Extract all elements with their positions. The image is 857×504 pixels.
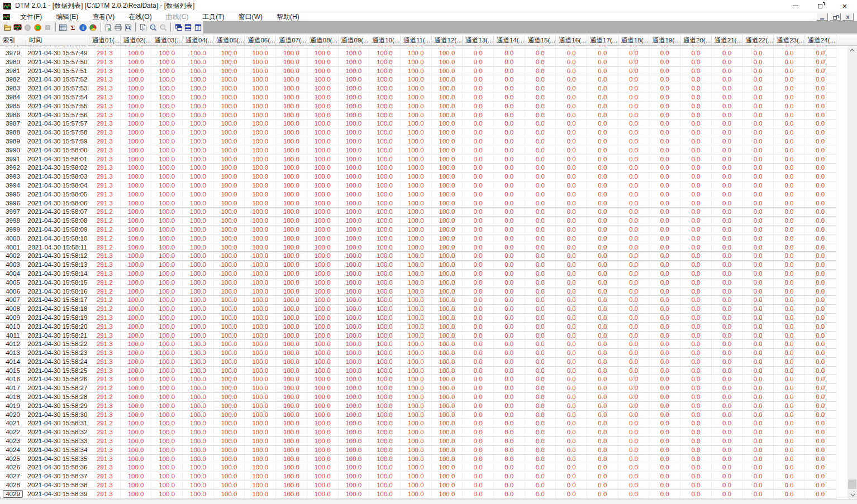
pie-chart-icon[interactable] bbox=[88, 22, 98, 33]
copy-icon[interactable] bbox=[138, 22, 148, 33]
table-row[interactable]: 39812021-04-30 15:57:51291.3100.0100.010… bbox=[0, 67, 836, 76]
table-row[interactable]: 39882021-04-30 15:57:58291.3100.0100.010… bbox=[0, 128, 836, 137]
menu-2[interactable]: 编辑(E) bbox=[53, 12, 82, 22]
table-row[interactable]: 40152021-04-30 15:58:25291.3100.0100.010… bbox=[0, 367, 836, 376]
column-header-channel-17[interactable]: 通道17(... bbox=[587, 35, 618, 45]
table-row[interactable]: 39962021-04-30 15:58:06291.3100.0100.010… bbox=[0, 199, 836, 208]
menu-7[interactable]: 窗口(W) bbox=[235, 12, 266, 22]
table-row[interactable]: 39992021-04-30 15:58:09291.2100.0100.010… bbox=[0, 225, 836, 234]
mdi-close-button[interactable]: x bbox=[842, 13, 854, 21]
table-row[interactable]: 39982021-04-30 15:58:08291.2100.0100.010… bbox=[0, 217, 836, 225]
table-row[interactable]: 39822021-04-30 15:57:52291.3100.0100.010… bbox=[0, 75, 836, 84]
column-header-channel-06[interactable]: 通道06(... bbox=[245, 35, 276, 45]
table-row[interactable]: 40232021-04-30 15:58:33291.3100.0100.010… bbox=[0, 437, 836, 446]
zoom-icon[interactable] bbox=[148, 22, 158, 33]
table-row[interactable]: 39842021-04-30 15:57:54291.3100.0100.010… bbox=[0, 93, 836, 102]
table-row[interactable]: 40002021-04-30 15:58:10291.2100.0100.010… bbox=[0, 234, 836, 243]
column-header-channel-02[interactable]: 通道02(... bbox=[121, 35, 152, 45]
table-row[interactable]: 40022021-04-30 15:58:12291.3100.0100.010… bbox=[0, 252, 836, 261]
table-row[interactable]: 40082021-04-30 15:58:18291.2100.0100.010… bbox=[0, 305, 836, 314]
table-row[interactable]: 39932021-04-30 15:58:03291.3100.0100.010… bbox=[0, 172, 836, 181]
table-row[interactable]: 40212021-04-30 15:58:31291.2100.0100.010… bbox=[0, 419, 836, 428]
table-row[interactable]: 39782021-04-30 15:57:48291.3100.0100.010… bbox=[0, 46, 836, 49]
table-row[interactable]: 40032021-04-30 15:58:13291.3100.0100.010… bbox=[0, 261, 836, 270]
column-header-channel-05[interactable]: 通道05(... bbox=[214, 35, 245, 45]
table-row[interactable]: 40192021-04-30 15:58:29291.3100.0100.010… bbox=[0, 402, 836, 411]
table-row[interactable]: 39872021-04-30 15:57:57291.3100.0100.010… bbox=[0, 119, 836, 128]
column-header-channel-19[interactable]: 通道19(... bbox=[649, 35, 680, 45]
table-row[interactable]: 39892021-04-30 15:57:59291.3100.0100.010… bbox=[0, 137, 836, 146]
table-row[interactable]: 40142021-04-30 15:58:24291.3100.0100.010… bbox=[0, 358, 836, 367]
column-header-channel-08[interactable]: 通道08(... bbox=[307, 35, 339, 45]
scroll-up-button[interactable] bbox=[848, 46, 857, 55]
cascade-windows-icon[interactable] bbox=[173, 22, 183, 33]
column-header-channel-20[interactable]: 通道20(... bbox=[680, 35, 712, 45]
tile-horizontal-icon[interactable] bbox=[183, 22, 193, 33]
close-button[interactable]: × bbox=[832, 0, 857, 12]
export-excel-icon[interactable]: X bbox=[103, 22, 113, 33]
table-row[interactable]: 40292021-04-30 15:58:39291.3100.0100.010… bbox=[0, 490, 836, 499]
column-header-channel-18[interactable]: 通道18(... bbox=[618, 35, 650, 45]
realtime-monitor-icon[interactable] bbox=[13, 22, 23, 33]
table-row[interactable]: 40222021-04-30 15:58:32291.3100.0100.010… bbox=[0, 428, 836, 437]
column-header-channel-07[interactable]: 通道07(... bbox=[276, 35, 307, 45]
table-row[interactable]: 39972021-04-30 15:58:07291.2100.0100.010… bbox=[0, 208, 836, 217]
table-row[interactable]: 40132021-04-30 15:58:23291.3100.0100.010… bbox=[0, 349, 836, 358]
column-header-channel-14[interactable]: 通道14(... bbox=[494, 35, 525, 45]
menu-1[interactable]: 文件(F) bbox=[17, 12, 45, 22]
table-row[interactable]: 40242021-04-30 15:58:34291.3100.0100.010… bbox=[0, 446, 836, 455]
column-header-channel-03[interactable]: 通道03(... bbox=[151, 35, 183, 45]
table-row[interactable]: 40072021-04-30 15:58:17291.2100.0100.010… bbox=[0, 296, 836, 305]
menu-3[interactable]: 查看(V) bbox=[89, 12, 118, 22]
print-icon[interactable] bbox=[113, 22, 123, 33]
table-row[interactable]: 40122021-04-30 15:58:22291.3100.0100.010… bbox=[0, 340, 836, 349]
table-row[interactable]: 39792021-04-30 15:57:49291.3100.0100.010… bbox=[0, 49, 836, 58]
table-row[interactable]: 39802021-04-30 15:57:50291.3100.0100.010… bbox=[0, 58, 836, 67]
column-header-channel-04[interactable]: 通道04(... bbox=[183, 35, 214, 45]
stop-record-icon[interactable] bbox=[33, 22, 43, 33]
table-row[interactable]: 40062021-04-30 15:58:16291.2100.0100.010… bbox=[0, 287, 836, 296]
table-row[interactable]: 39922021-04-30 15:58:02291.3100.0100.010… bbox=[0, 164, 836, 172]
table-row[interactable]: 40102021-04-30 15:58:20291.3100.0100.010… bbox=[0, 323, 836, 332]
column-header-time[interactable]: 时间 bbox=[26, 35, 89, 45]
print-preview-icon[interactable] bbox=[123, 22, 133, 33]
sigma-stats-icon[interactable]: Σ bbox=[68, 22, 78, 33]
table-row[interactable]: 40272021-04-30 15:58:37291.3100.0100.010… bbox=[0, 472, 836, 481]
info-icon[interactable]: i bbox=[78, 22, 88, 33]
restore-button[interactable] bbox=[808, 0, 832, 12]
column-header-index[interactable]: 索引 bbox=[0, 35, 26, 45]
menu-6[interactable]: 工具(T) bbox=[199, 12, 227, 22]
table-row[interactable]: 40012021-04-30 15:58:11291.2100.0100.010… bbox=[0, 243, 836, 252]
table-row[interactable]: 39902021-04-30 15:58:00291.3100.0100.010… bbox=[0, 146, 836, 155]
table-row[interactable]: 39832021-04-30 15:57:53291.3100.0100.010… bbox=[0, 84, 836, 93]
table-row[interactable]: 40112021-04-30 15:58:21291.3100.0100.010… bbox=[0, 332, 836, 340]
table-row[interactable]: 39862021-04-30 15:57:56291.3100.0100.010… bbox=[0, 111, 836, 120]
table-row[interactable]: 40252021-04-30 15:58:35291.3100.0100.010… bbox=[0, 455, 836, 464]
table-row[interactable]: 40282021-04-30 15:58:38291.3100.0100.010… bbox=[0, 481, 836, 490]
column-header-channel-15[interactable]: 通道15(... bbox=[525, 35, 556, 45]
open-file-icon[interactable] bbox=[3, 22, 13, 33]
column-header-channel-24[interactable]: 通道24(... bbox=[805, 35, 836, 45]
table-row[interactable]: 39942021-04-30 15:58:04291.3100.0100.010… bbox=[0, 181, 836, 190]
table-row[interactable]: 39952021-04-30 15:58:05291.3100.0100.010… bbox=[0, 190, 836, 199]
table-grid-icon[interactable] bbox=[58, 22, 68, 33]
table-row[interactable]: 39852021-04-30 15:57:55291.3100.0100.010… bbox=[0, 102, 836, 111]
table-row[interactable]: 40172021-04-30 15:58:27291.2100.0100.010… bbox=[0, 384, 836, 393]
table-row[interactable]: 40092021-04-30 15:58:19291.3100.0100.010… bbox=[0, 314, 836, 323]
minimize-button[interactable] bbox=[783, 0, 808, 12]
column-header-channel-13[interactable]: 通道13(... bbox=[463, 35, 494, 45]
tile-vertical-icon[interactable] bbox=[193, 22, 203, 33]
table-row[interactable]: 40052021-04-30 15:58:15291.2100.0100.010… bbox=[0, 279, 836, 287]
menu-8[interactable]: 帮助(H) bbox=[273, 12, 303, 22]
menu-4[interactable]: 在线(O) bbox=[125, 12, 155, 22]
table-row[interactable]: 40042021-04-30 15:58:14291.3100.0100.010… bbox=[0, 270, 836, 279]
table-row[interactable]: 40262021-04-30 15:58:36291.3100.0100.010… bbox=[0, 463, 836, 472]
mdi-restore-button[interactable] bbox=[829, 13, 841, 21]
column-header-channel-21[interactable]: 通道21(... bbox=[712, 35, 743, 45]
vertical-scrollbar[interactable] bbox=[848, 46, 857, 499]
table-row[interactable]: 40162021-04-30 15:58:26291.3100.0100.010… bbox=[0, 375, 836, 384]
column-header-channel-10[interactable]: 通道10(... bbox=[369, 35, 401, 45]
mdi-minimize-button[interactable] bbox=[816, 13, 828, 21]
column-header-channel-23[interactable]: 通道23(... bbox=[774, 35, 805, 45]
column-header-channel-16[interactable]: 通道16(... bbox=[556, 35, 587, 45]
